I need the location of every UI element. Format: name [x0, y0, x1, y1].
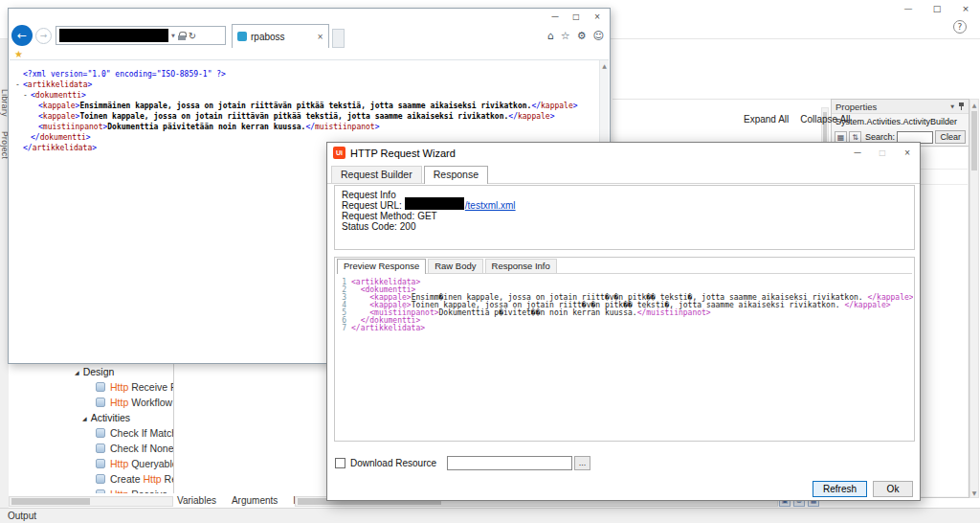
xml-token: artikkelidata [33, 144, 93, 152]
refresh-button[interactable]: Refresh [813, 481, 867, 497]
code-line: 5 <muistiinpanot>Dokumenttia p�ivitet��n… [338, 309, 913, 317]
xml-token: <?xml version="1.0" encoding="ISO-8859-1… [23, 70, 226, 79]
site-favicon [237, 32, 247, 41]
refresh-icon[interactable]: ↻ [189, 31, 196, 41]
tree-item-label: Http Receive [110, 489, 167, 493]
response-tabs: Preview ResponseRaw BodyResponse Info [337, 260, 912, 274]
tree-expand-icon[interactable]: ◢ [75, 369, 79, 375]
download-resource-checkbox[interactable] [335, 458, 345, 468]
browser-navigation-bar: ← → ▼ ↻ rpaboss × ⌂ ☆ ⚙ ☺ [11, 23, 607, 48]
maximize-button[interactable]: □ [566, 10, 587, 23]
xml-token: > [550, 112, 555, 121]
scroll-thumb[interactable] [11, 498, 90, 505]
xml-token: > [375, 123, 380, 131]
xml-token: > [573, 102, 578, 110]
tree-item-create-http-resp[interactable]: Create Http Resp [9, 471, 173, 487]
back-button[interactable]: ← [11, 25, 33, 46]
tree-item-check-if-match[interactable]: Check If Match [9, 425, 173, 441]
panel-tab-variables[interactable]: Variables [177, 495, 216, 506]
browser-toolbar-icons: ⌂ ☆ ⚙ ☺ [547, 30, 607, 42]
favorites-star-icon[interactable]: ★ [14, 49, 23, 59]
tree-item-check-if-none-m[interactable]: Check If None M [9, 441, 173, 456]
tab-request-builder[interactable]: Request Builder [331, 166, 422, 183]
dialog-window-controls: — □ × [845, 143, 920, 163]
request-url-line: Request URL: /testxml.xml [342, 200, 907, 211]
tree-group-activities[interactable]: ◢Activities [9, 410, 173, 425]
feedback-icon[interactable]: ☺ [593, 30, 604, 42]
tab-close-icon[interactable]: × [317, 33, 323, 41]
xml-token: muistiinpanot [43, 123, 103, 131]
collapse-marker[interactable]: - [23, 90, 28, 101]
xml-token: Toinen kappale, jossa on jotain riittävä… [79, 112, 508, 121]
xml-line: -<artikkelidata> [15, 80, 596, 90]
output-tab[interactable]: Output [8, 511, 36, 521]
xml-token: </ [31, 133, 40, 142]
browser-tab[interactable]: rpaboss × [232, 24, 329, 48]
activity-icon [96, 382, 105, 392]
tab-preview-response[interactable]: Preview Response [337, 259, 426, 274]
help-button[interactable]: ? [953, 20, 967, 34]
xml-token: kappale [43, 112, 76, 121]
new-tab-button[interactable] [332, 29, 345, 48]
xml-document: <?xml version="1.0" encoding="ISO-8859-1… [15, 69, 596, 153]
minimize-button[interactable]: — [545, 10, 566, 23]
browse-button[interactable]: ... [574, 456, 590, 470]
code-text: </artikkelidata> [351, 325, 425, 332]
favorites-icon[interactable]: ☆ [561, 30, 570, 42]
collapse-all-button[interactable]: Collapse All [800, 114, 850, 125]
forward-button[interactable]: → [35, 28, 52, 44]
tab-response-info[interactable]: Response Info [485, 259, 557, 273]
download-path-input[interactable] [447, 456, 572, 470]
home-icon[interactable]: ⌂ [547, 30, 554, 42]
xml-line: -<dokumentti> [15, 90, 596, 101]
tree-item-label: Http Receive Fact [110, 381, 173, 393]
designer-links: Expand All Collapse All [744, 114, 851, 125]
expand-all-button[interactable]: Expand All [744, 114, 789, 125]
tree-item-http-receive[interactable]: Http Receive [9, 487, 173, 493]
scroll-thumb[interactable] [971, 111, 977, 171]
collapse-marker[interactable]: - [15, 80, 20, 90]
clear-search-button[interactable]: Clear [935, 130, 966, 144]
tree-item-label: Http Workflow S [110, 397, 173, 408]
request-info-box: Request Info Request URL: /testxml.xml R… [334, 185, 915, 250]
scroll-up-icon[interactable]: ▲ [970, 100, 978, 109]
panel-tab-arguments[interactable]: Arguments [232, 495, 278, 506]
tree-item-http-receive-fact[interactable]: Http Receive Fact [9, 379, 173, 395]
minimize-button[interactable]: — [894, 0, 923, 17]
request-method-line: Request Method: GET [342, 211, 907, 221]
tab-title: rpaboss [251, 32, 285, 42]
code-line: 1<artikkelidata> [338, 279, 913, 286]
xml-token: dokumentti [40, 133, 86, 142]
download-resource-row: Download Resource ... [335, 456, 590, 470]
tree-horizontal-scrollbar[interactable] [9, 496, 173, 507]
ok-button[interactable]: Ok [873, 481, 913, 497]
preview-code: 1<artikkelidata>2 <dokumentti>3 <kappale… [336, 276, 913, 440]
status-code-label: Status Code: [342, 221, 397, 232]
window-position-icon[interactable]: ▼ [950, 103, 954, 109]
pin-icon[interactable] [958, 102, 965, 111]
tree-expand-icon[interactable]: ◢ [82, 415, 87, 421]
redacted-url-host [405, 197, 464, 210]
properties-scrollbar[interactable]: ▲ ▼ [969, 99, 979, 498]
maximize-button[interactable]: □ [923, 0, 951, 17]
xml-token: </ [23, 144, 33, 152]
tree-group-design[interactable]: ◢Design [9, 364, 173, 379]
scroll-down-icon[interactable]: ▼ [970, 488, 978, 497]
address-bar[interactable]: ▼ ↻ [56, 26, 226, 45]
close-button[interactable]: × [587, 10, 608, 23]
close-button[interactable]: × [895, 143, 920, 163]
close-button[interactable]: × [951, 0, 980, 17]
xml-line: <muistiinpanot>Dokumenttia päivitetään n… [15, 122, 596, 132]
tree-item-http-queryable[interactable]: Http Queryable [9, 456, 173, 471]
minimize-button[interactable]: — [845, 143, 870, 163]
tab-raw-body[interactable]: Raw Body [428, 259, 482, 273]
tree-item-http-workflow-s[interactable]: Http Workflow S [9, 395, 173, 410]
tab-response[interactable]: Response [424, 166, 488, 184]
activity-icon [96, 428, 105, 438]
settings-icon[interactable]: ⚙ [577, 30, 587, 42]
scroll-up-icon[interactable]: ▲ [600, 60, 609, 70]
xml-token: </ [531, 102, 541, 110]
activity-icon [96, 443, 105, 453]
address-dropdown-icon[interactable]: ▼ [171, 33, 175, 38]
request-url-link[interactable]: /testxml.xml [465, 200, 516, 211]
